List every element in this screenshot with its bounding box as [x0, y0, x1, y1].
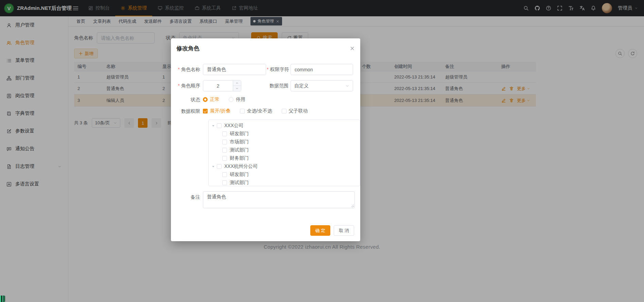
cancel-button[interactable]: 取 消 — [334, 225, 354, 236]
dialog-body: 角色名称 权限字符 角色顺序 2 数据范围 — [171, 57, 360, 225]
form-row: 角色名称 权限字符 — [176, 64, 355, 75]
confirm-button[interactable]: 确 定 — [310, 225, 331, 236]
dialog-title: 修改角色 — [176, 45, 199, 52]
tree-node[interactable]: XXX公司 — [209, 122, 360, 130]
role-order-stepper[interactable]: 2 — [203, 80, 241, 91]
form-row-remark: 备注 普通角色 — [176, 191, 355, 208]
form-item-role-order: 角色顺序 2 — [176, 80, 267, 91]
radio-dot-icon — [229, 97, 233, 102]
stepper-controls — [233, 81, 241, 91]
status-radio-disabled[interactable]: 停用 — [229, 96, 245, 103]
checkbox-icon[interactable] — [222, 148, 227, 153]
checkbox-icon[interactable] — [217, 123, 222, 128]
form-item-role-name: 角色名称 — [176, 64, 267, 75]
caret-down-icon[interactable] — [210, 165, 216, 168]
dialog-close-icon[interactable] — [350, 46, 355, 51]
chevron-down-icon — [345, 84, 349, 88]
tree-node[interactable]: 财务部门 — [209, 154, 360, 162]
perm-char-input[interactable] — [291, 64, 353, 75]
tree-node[interactable]: 测试部门 — [209, 146, 360, 154]
checkbox-icon[interactable] — [222, 180, 227, 185]
form-item-data-scope: 数据范围 自定义 — [267, 80, 353, 91]
expand-collapse-checkbox[interactable]: 展开/折叠 — [203, 108, 230, 114]
data-scope-value: 自定义 — [294, 83, 309, 89]
tree-node-label: 研发部门 — [230, 172, 249, 178]
tree-node-label: 测试部门 — [230, 147, 249, 153]
remark-label: 备注 — [176, 194, 200, 200]
checkbox-icon[interactable] — [222, 156, 227, 161]
radio-dot-icon — [203, 97, 208, 102]
tree-node[interactable]: 市场部门 — [209, 138, 360, 146]
data-scope-select[interactable]: 自定义 — [291, 80, 353, 91]
role-order-value: 2 — [203, 81, 233, 91]
checkbox-icon — [282, 109, 286, 113]
radio-label: 正常 — [210, 96, 220, 103]
tree-node-label: 研发部门 — [230, 131, 249, 137]
checkbox-icon[interactable] — [222, 131, 227, 136]
checkbox-label: 展开/折叠 — [210, 108, 230, 114]
checkbox-icon[interactable] — [222, 140, 227, 144]
form-row: 角色顺序 2 数据范围 自定义 — [176, 80, 355, 91]
tree-node-label: 财务部门 — [230, 155, 249, 161]
status-radio-group: 正常 停用 — [203, 96, 253, 103]
select-all-checkbox[interactable]: 全选/全不选 — [240, 108, 272, 114]
corner-widget[interactable] — [0, 296, 5, 302]
tree-node-label: 测试部门 — [230, 180, 249, 186]
tree-node-label: XXX杭州分公司 — [224, 163, 258, 170]
role-name-input[interactable] — [203, 64, 266, 75]
edit-role-dialog: 修改角色 角色名称 权限字符 角色顺序 2 — [171, 38, 360, 241]
form-row-data-perm: 数据权限 展开/折叠 全选/全不选 父子联动 — [176, 108, 355, 114]
tree-node[interactable]: 研发部门 — [209, 130, 360, 138]
data-scope-label: 数据范围 — [267, 83, 289, 89]
tree-node-label: XXX公司 — [224, 123, 243, 129]
perm-char-label: 权限字符 — [267, 67, 289, 73]
remark-textarea[interactable]: 普通角色 — [203, 191, 355, 208]
checkbox-icon[interactable] — [222, 172, 227, 177]
form-item-perm-char: 权限字符 — [267, 64, 353, 75]
dialog-footer: 确 定 取 消 — [171, 225, 360, 241]
checkbox-icon — [203, 109, 208, 113]
checkbox-label: 父子联动 — [289, 108, 308, 114]
tree-node[interactable]: 研发部门 — [209, 171, 360, 179]
role-order-label: 角色顺序 — [176, 83, 200, 89]
resize-handle-icon[interactable] — [351, 204, 354, 207]
form-row-status: 状态 正常 停用 — [176, 96, 355, 103]
status-radio-normal[interactable]: 正常 — [203, 96, 220, 103]
data-perm-label: 数据权限 — [176, 108, 200, 114]
dialog-header: 修改角色 — [171, 38, 360, 57]
role-name-label: 角色名称 — [176, 67, 200, 73]
parent-child-link-checkbox[interactable]: 父子联动 — [282, 108, 308, 114]
radio-label: 停用 — [236, 96, 245, 103]
tree-node[interactable]: 测试部门 — [209, 179, 360, 186]
checkbox-icon — [240, 109, 245, 113]
increase-icon[interactable] — [233, 81, 241, 86]
data-perm-checks: 展开/折叠 全选/全不选 父子联动 — [203, 108, 316, 114]
checkbox-icon[interactable] — [217, 164, 222, 169]
remark-value: 普通角色 — [207, 194, 226, 199]
dept-permission-tree: XXX公司 研发部门 市场部门 测试部门 财务部门 XXX杭州分公司 — [208, 120, 360, 186]
tree-node[interactable]: XXX杭州分公司 — [209, 162, 360, 171]
tree-node-label: 市场部门 — [230, 139, 249, 145]
checkbox-label: 全选/全不选 — [247, 108, 272, 114]
caret-down-icon[interactable] — [210, 124, 216, 128]
decrease-icon[interactable] — [233, 86, 241, 91]
status-label: 状态 — [176, 97, 200, 103]
